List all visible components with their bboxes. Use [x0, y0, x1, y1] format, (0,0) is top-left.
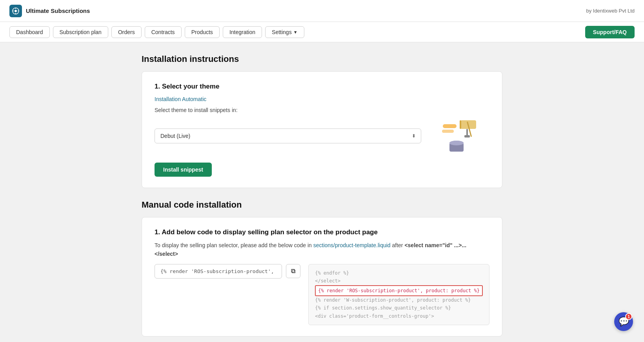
svg-rect-9	[464, 135, 470, 138]
installation-heading: Installation instructions	[142, 54, 502, 64]
install-snippest-button[interactable]: Install snippest	[155, 163, 212, 177]
preview-highlight-line: {% render 'ROS-subscription-product', pr…	[315, 285, 483, 296]
select-row: Debut (Live) ⬍	[155, 116, 489, 156]
code-input-row: ⧉	[155, 264, 300, 279]
nav-btn-orders[interactable]: Orders	[111, 26, 142, 38]
theme-illustration	[437, 116, 484, 156]
preview-line-4: {% render 'W-subscription-product', prod…	[315, 296, 483, 304]
copy-code-button[interactable]: ⧉	[286, 264, 300, 278]
app-title: Ultimate Subscriptions	[26, 7, 90, 14]
header-by-label: by Identixweb Pvt Ltd	[586, 8, 635, 14]
manual-heading: Manual code installation	[142, 200, 502, 210]
code-preview-panel: {% endfor %} </select> {% render 'ROS-su…	[308, 264, 489, 325]
manual-step1-card: 1. Add below code to display selling pla…	[142, 217, 502, 337]
svg-point-1	[15, 10, 17, 12]
step1-heading: 1. Select your theme	[155, 83, 489, 90]
header-left: Ultimate Subscriptions	[9, 5, 90, 17]
select-label: Select theme to install snippets in:	[155, 107, 489, 113]
chat-badge: 1	[625, 313, 632, 320]
code-layout: ⧉ {% endfor %} </select> {% render 'ROS-…	[155, 264, 489, 325]
chevron-down-icon: ▼	[293, 30, 298, 34]
app-logo-icon	[9, 5, 22, 17]
product-template-link[interactable]: sections/product-template.liquid	[313, 242, 391, 248]
svg-rect-8	[466, 129, 468, 136]
preview-line-2: </select>	[315, 277, 483, 285]
svg-rect-13	[443, 124, 457, 128]
svg-rect-14	[442, 130, 454, 133]
code-input-section: ⧉	[155, 264, 300, 279]
installation-card: 1. Select your theme Installation Automa…	[142, 71, 502, 188]
svg-rect-7	[460, 120, 461, 129]
chat-bubble[interactable]: 💬 1	[614, 312, 633, 331]
theme-select[interactable]: Debut (Live)	[155, 128, 421, 143]
support-faq-button[interactable]: Support/FAQ	[585, 26, 635, 38]
svg-point-12	[449, 141, 464, 145]
nav-btn-products[interactable]: Products	[185, 26, 220, 38]
nav-btn-integration[interactable]: Integration	[223, 26, 262, 38]
auto-label: Installation Automatic	[155, 96, 489, 102]
preview-line-5: {% if section.settings.show_quantity_sel…	[315, 304, 483, 312]
copy-icon: ⧉	[291, 268, 295, 275]
nav-btn-settings[interactable]: Settings ▼	[265, 26, 304, 38]
nav-btn-dashboard[interactable]: Dashboard	[9, 26, 50, 38]
nav-bar: Dashboard Subscription plan Orders Contr…	[0, 22, 644, 42]
manual-step1-heading: 1. Add below code to display selling pla…	[155, 228, 489, 236]
preview-line-1: {% endfor %}	[315, 269, 483, 277]
nav-btn-subscription-plan[interactable]: Subscription plan	[53, 26, 108, 38]
main-content: Installation instructions 1. Select your…	[134, 42, 510, 342]
header: Ultimate Subscriptions by Identixweb Pvt…	[0, 0, 644, 22]
manual-step1-desc: To display the selling plan selector, pl…	[155, 241, 489, 259]
theme-select-wrap: Debut (Live) ⬍	[155, 128, 421, 143]
code-snippet-input[interactable]	[155, 264, 282, 279]
preview-line-6: <div class='product-form__controls-group…	[315, 312, 483, 320]
nav-btn-contracts[interactable]: Contracts	[145, 26, 182, 38]
